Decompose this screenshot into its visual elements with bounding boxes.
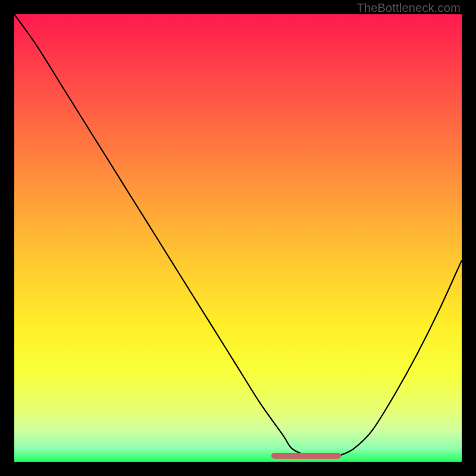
attribution-label: TheBottleneck.com [356, 1, 461, 15]
bottleneck-curve [14, 14, 462, 462]
chart-area [14, 14, 462, 462]
optimal-range-marker [271, 453, 341, 459]
